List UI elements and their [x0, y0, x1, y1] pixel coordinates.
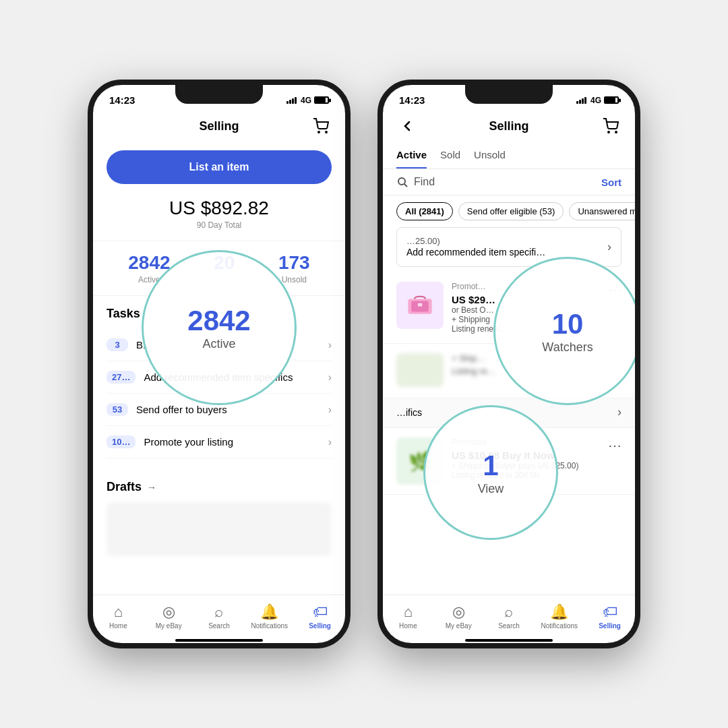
signal-bars-2	[576, 97, 586, 104]
status-icons-2: 4G	[576, 96, 619, 105]
time-1: 14:23	[109, 94, 135, 106]
nav-search-2[interactable]: ⌕ Search	[484, 601, 535, 632]
myebay-icon-2: ◎	[452, 603, 465, 621]
signal-bar-4	[295, 97, 297, 104]
filter-offer-eligible[interactable]: Send offer eligible (53)	[458, 202, 564, 220]
task-badge-0: 3	[107, 338, 128, 351]
nav-home-2[interactable]: ⌂ Home	[383, 601, 433, 632]
page-title-1: Selling	[199, 119, 239, 133]
search-label-1: Search	[208, 622, 230, 630]
selling-label-1: Selling	[309, 622, 331, 630]
view-number: 1	[483, 450, 498, 482]
nav-selling-1[interactable]: 🏷 Selling	[295, 601, 345, 632]
nav-myebay-2[interactable]: ◎ My eBay	[433, 601, 484, 632]
bottom-nav-2: ⌂ Home ◎ My eBay ⌕ Search 🔔 Notification…	[383, 595, 635, 635]
total-label: 90 Day Total	[107, 220, 332, 230]
status-icons-1: 4G	[286, 96, 329, 105]
draft-placeholder	[107, 502, 332, 556]
view-label: View	[478, 482, 504, 496]
filter-unanswered[interactable]: Unanswered messag…	[569, 202, 635, 220]
task-text-3: Promote your listing	[144, 436, 328, 448]
watchers-number: 10	[552, 308, 584, 340]
network-2: 4G	[590, 96, 601, 105]
search-icon-1: ⌕	[214, 603, 223, 621]
circle-overlay-view: 1 View	[423, 405, 558, 540]
watchers-label: Watchers	[542, 340, 593, 355]
task-arrow-2: ›	[328, 404, 332, 416]
drafts-arrow: →	[147, 482, 156, 493]
notifications-icon-1: 🔔	[260, 603, 278, 621]
sb3	[582, 98, 584, 104]
selling-label-2: Selling	[599, 622, 621, 630]
drafts-section: Drafts →	[93, 469, 345, 567]
sb2	[579, 100, 581, 104]
battery-2	[604, 96, 619, 104]
battery-1	[314, 96, 329, 104]
sb1	[576, 101, 578, 104]
battery-fill-2	[605, 98, 615, 102]
stat-unsold-label: Unsold	[278, 275, 310, 284]
cart-button-2[interactable]	[600, 115, 621, 137]
signal-bar-2	[289, 100, 291, 104]
nav-home-1[interactable]: ⌂ Home	[93, 601, 144, 632]
selling-icon-1: 🏷	[313, 603, 328, 621]
nav-notifications-2[interactable]: 🔔 Notifications	[534, 601, 584, 632]
network-1: 4G	[301, 96, 311, 105]
task-badge-1: 27…	[107, 371, 135, 384]
stat-active-number: 2842	[128, 252, 170, 274]
notch-1	[175, 85, 263, 104]
find-left: Find	[396, 176, 435, 188]
circle-label-1: Active	[202, 337, 235, 351]
tab-unsold[interactable]: Unsold	[474, 142, 506, 169]
drafts-title: Drafts	[107, 480, 142, 494]
circle-overlay-watchers: 10 Watchers	[493, 257, 635, 405]
home-indicator-1	[175, 639, 263, 642]
listing-more-1[interactable]: ⋯	[608, 437, 621, 454]
sb4	[584, 97, 586, 104]
signal-bar-3	[292, 98, 294, 104]
top-nav-1: Selling	[93, 110, 345, 142]
content-2: Find Sort All (2841) Send offer eligible…	[383, 169, 635, 595]
tabs-row: Active Sold Unsold	[383, 142, 635, 169]
svg-point-1	[326, 131, 327, 133]
task-badge-2: 53	[107, 403, 128, 416]
svg-line-5	[404, 184, 407, 187]
circle-number-1: 2842	[187, 305, 250, 337]
sort-button[interactable]: Sort	[601, 177, 621, 188]
filter-all[interactable]: All (2841)	[396, 202, 453, 220]
svg-rect-7	[411, 301, 429, 312]
svg-point-4	[398, 178, 405, 185]
find-label: Find	[414, 176, 435, 188]
tab-sold[interactable]: Sold	[440, 142, 460, 169]
battery-fill-1	[315, 98, 326, 102]
search-label-2: Search	[498, 622, 520, 630]
phone-1: 14:23 4G Selling	[88, 80, 351, 648]
back-button[interactable]	[396, 115, 418, 137]
selling-icon-2: 🏷	[603, 603, 617, 621]
home-label-1: Home	[109, 622, 127, 630]
time-2: 14:23	[399, 94, 425, 106]
tab-active[interactable]: Active	[396, 142, 427, 169]
nav-myebay-1[interactable]: ◎ My eBay	[144, 601, 194, 632]
nav-notifications-1[interactable]: 🔔 Notifications	[244, 601, 295, 632]
search-icon-2: ⌕	[504, 603, 513, 621]
task-item-3[interactable]: 10… Promote your listing ›	[107, 426, 332, 458]
home-icon-1: ⌂	[114, 603, 123, 621]
total-section: US $892.82 90 Day Total	[93, 192, 345, 241]
listing-img-0	[396, 282, 444, 329]
notifications-icon-2: 🔔	[550, 603, 568, 621]
drafts-header[interactable]: Drafts →	[107, 480, 332, 494]
list-item-button[interactable]: List an item	[107, 150, 332, 184]
top-nav-2: Selling	[383, 110, 635, 142]
nav-search-1[interactable]: ⌕ Search	[194, 601, 245, 632]
notch-2	[465, 85, 553, 104]
svg-point-0	[318, 131, 320, 133]
task-arrow-0: ›	[328, 339, 332, 351]
stat-unsold: 173 Unsold	[278, 252, 310, 284]
cart-button-1[interactable]	[310, 115, 332, 137]
task-arrow-1: ›	[328, 371, 332, 384]
myebay-label-1: My eBay	[156, 622, 182, 630]
task-arrow-3: ›	[328, 436, 332, 448]
circle-overlay-1: 2842 Active	[142, 250, 297, 405]
nav-selling-2[interactable]: 🏷 Selling	[584, 601, 635, 632]
